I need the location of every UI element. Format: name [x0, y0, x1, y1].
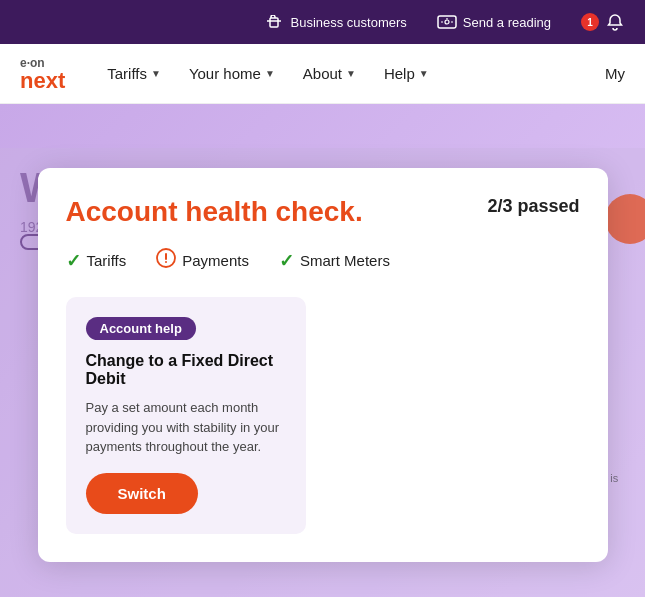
nav-your-home[interactable]: Your home ▼: [177, 57, 287, 90]
help-card-title: Change to a Fixed Direct Debit: [86, 352, 286, 388]
check-smart-meters-icon: ✓: [279, 250, 294, 272]
send-reading-link[interactable]: Send a reading: [437, 14, 551, 30]
about-chevron-icon: ▼: [346, 68, 356, 79]
check-tariffs-icon: ✓: [66, 250, 81, 272]
svg-point-9: [165, 261, 167, 263]
nav-my[interactable]: My: [605, 65, 625, 82]
check-tariffs: ✓ Tariffs: [66, 250, 127, 272]
help-chevron-icon: ▼: [419, 68, 429, 79]
check-payments: Payments: [156, 248, 249, 273]
help-card-description: Pay a set amount each month providing yo…: [86, 398, 286, 457]
notifications-button[interactable]: 1: [581, 13, 625, 31]
nav-tariffs[interactable]: Tariffs ▼: [95, 57, 173, 90]
eon-next-logo[interactable]: e·on next: [20, 56, 65, 92]
checks-row: ✓ Tariffs Payments ✓ Smart Mete: [66, 248, 580, 273]
nav-bar: e·on next Tariffs ▼ Your home ▼ About ▼ …: [0, 44, 645, 104]
switch-button[interactable]: Switch: [86, 473, 198, 514]
check-smart-meters: ✓ Smart Meters: [279, 250, 390, 272]
page-background: Wo 192 G Ac t paym payment is s after is…: [0, 104, 645, 597]
business-customers-link[interactable]: Business customers: [264, 14, 406, 30]
nav-your-home-label: Your home: [189, 65, 261, 82]
check-payments-label: Payments: [182, 252, 249, 269]
nav-tariffs-label: Tariffs: [107, 65, 147, 82]
passed-badge: 2/3 passed: [487, 196, 579, 217]
svg-rect-0: [270, 18, 278, 27]
business-customers-label: Business customers: [290, 15, 406, 30]
modal-header: Account health check. 2/3 passed: [66, 196, 580, 228]
svg-point-3: [445, 20, 449, 24]
nav-about[interactable]: About ▼: [291, 57, 368, 90]
next-label: next: [20, 70, 65, 92]
nav-help[interactable]: Help ▼: [372, 57, 441, 90]
send-reading-label: Send a reading: [463, 15, 551, 30]
nav-items: Tariffs ▼ Your home ▼ About ▼ Help ▼: [95, 57, 605, 90]
tariffs-chevron-icon: ▼: [151, 68, 161, 79]
nav-help-label: Help: [384, 65, 415, 82]
account-help-badge: Account help: [86, 317, 196, 340]
top-bar: Business customers Send a reading 1: [0, 0, 645, 44]
notification-count: 1: [581, 13, 599, 31]
check-payments-icon: [156, 248, 176, 273]
meter-icon: [437, 14, 457, 30]
health-check-modal: Account health check. 2/3 passed ✓ Tarif…: [38, 168, 608, 562]
modal-title: Account health check.: [66, 196, 363, 228]
nav-about-label: About: [303, 65, 342, 82]
notification-icon: [605, 14, 625, 30]
account-help-card: Account help Change to a Fixed Direct De…: [66, 297, 306, 534]
svg-rect-2: [438, 16, 456, 28]
check-smart-meters-label: Smart Meters: [300, 252, 390, 269]
modal-overlay: Account health check. 2/3 passed ✓ Tarif…: [0, 148, 645, 597]
your-home-chevron-icon: ▼: [265, 68, 275, 79]
briefcase-icon: [264, 14, 284, 30]
check-tariffs-label: Tariffs: [87, 252, 127, 269]
